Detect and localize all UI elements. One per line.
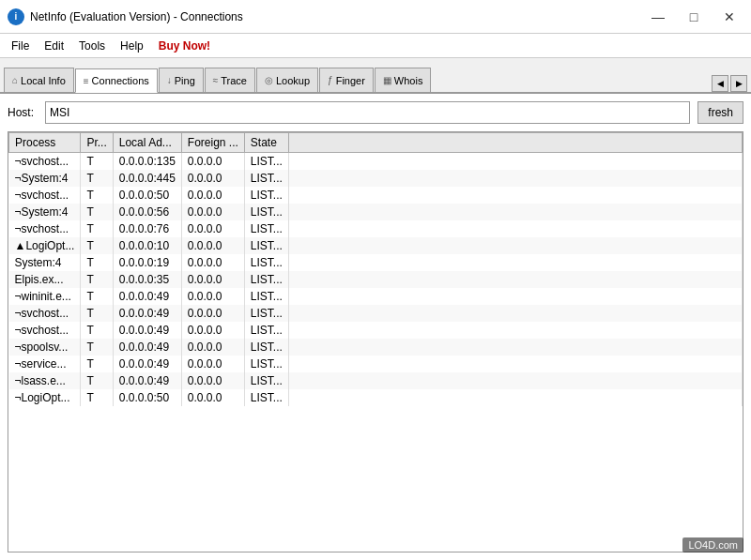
host-input[interactable] xyxy=(45,101,690,124)
tab-scroll-right[interactable]: ▶ xyxy=(730,75,747,92)
cell-protocol: T xyxy=(81,254,113,271)
cell-spacer xyxy=(288,204,742,220)
cell-local-addr: 0.0.0.0:445 xyxy=(113,170,181,187)
cell-process: ¬System:4 xyxy=(9,170,81,187)
col-process[interactable]: Process xyxy=(9,133,81,153)
col-foreign-addr[interactable]: Foreign ... xyxy=(181,133,244,153)
table-row[interactable]: ¬wininit.e... T 0.0.0.0:49 0.0.0.0 LIST.… xyxy=(9,288,743,305)
tab-ping[interactable]: ↓ Ping xyxy=(159,68,204,92)
cell-spacer xyxy=(288,372,742,389)
tab-finger-label: Finger xyxy=(336,75,365,86)
whois-icon: ▦ xyxy=(383,75,391,85)
table-wrapper[interactable]: Process Pr... Local Ad... Foreign ... St… xyxy=(8,132,743,552)
cell-protocol: T xyxy=(81,339,113,356)
cell-spacer xyxy=(288,271,742,288)
menu-help[interactable]: Help xyxy=(113,38,151,54)
cell-state: LIST... xyxy=(244,389,288,406)
cell-state: LIST... xyxy=(244,322,288,339)
cell-spacer xyxy=(288,237,742,254)
cell-process: ¬svchost... xyxy=(9,322,81,339)
table-row[interactable]: ¬svchost... T 0.0.0.0:135 0.0.0.0 LIST..… xyxy=(9,153,743,171)
refresh-button[interactable]: fresh xyxy=(697,101,743,124)
cell-process: ¬wininit.e... xyxy=(9,288,81,305)
table-row[interactable]: ▲LogiOpt... T 0.0.0.0:10 0.0.0.0 LIST... xyxy=(9,237,743,254)
table-row[interactable]: ¬LogiOpt... T 0.0.0.0:50 0.0.0.0 LIST... xyxy=(9,389,743,406)
cell-foreign-addr: 0.0.0.0 xyxy=(181,322,244,339)
tab-connections-label: Connections xyxy=(92,75,149,86)
table-row[interactable]: ¬spoolsv... T 0.0.0.0:49 0.0.0.0 LIST... xyxy=(9,339,743,356)
ping-icon: ↓ xyxy=(167,75,172,85)
cell-spacer xyxy=(288,187,742,204)
cell-protocol: T xyxy=(81,356,113,372)
cell-spacer xyxy=(288,254,742,271)
tab-lookup-label: Lookup xyxy=(276,75,310,86)
cell-foreign-addr: 0.0.0.0 xyxy=(181,254,244,271)
cell-spacer xyxy=(288,339,742,356)
tab-finger[interactable]: ƒ Finger xyxy=(319,68,374,92)
cell-spacer xyxy=(288,305,742,322)
col-spacer xyxy=(288,133,742,153)
cell-process: ¬svchost... xyxy=(9,305,81,322)
cell-foreign-addr: 0.0.0.0 xyxy=(181,204,244,220)
table-row[interactable]: ¬svchost... T 0.0.0.0:76 0.0.0.0 LIST... xyxy=(9,220,743,237)
table-row[interactable]: Elpis.ex... T 0.0.0.0:35 0.0.0.0 LIST... xyxy=(9,271,743,288)
cell-spacer xyxy=(288,220,742,237)
cell-state: LIST... xyxy=(244,305,288,322)
cell-foreign-addr: 0.0.0.0 xyxy=(181,220,244,237)
tab-lookup[interactable]: ◎ Lookup xyxy=(256,68,318,92)
table-row[interactable]: ¬service... T 0.0.0.0:49 0.0.0.0 LIST... xyxy=(9,356,743,372)
cell-local-addr: 0.0.0.0:49 xyxy=(113,356,181,372)
tab-whois[interactable]: ▦ Whois xyxy=(375,68,432,92)
cell-local-addr: 0.0.0.0:49 xyxy=(113,372,181,389)
table-row[interactable]: ¬System:4 T 0.0.0.0:56 0.0.0.0 LIST... xyxy=(9,204,743,220)
cell-protocol: T xyxy=(81,372,113,389)
connections-table: Process Pr... Local Ad... Foreign ... St… xyxy=(8,132,743,406)
connections-table-container: Process Pr... Local Ad... Foreign ... St… xyxy=(8,131,743,552)
cell-foreign-addr: 0.0.0.0 xyxy=(181,153,244,171)
cell-foreign-addr: 0.0.0.0 xyxy=(181,288,244,305)
col-local-addr[interactable]: Local Ad... xyxy=(113,133,181,153)
cell-protocol: T xyxy=(81,271,113,288)
cell-spacer xyxy=(288,356,742,372)
table-row[interactable]: ¬svchost... T 0.0.0.0:49 0.0.0.0 LIST... xyxy=(9,305,743,322)
table-row[interactable]: ¬lsass.e... T 0.0.0.0:49 0.0.0.0 LIST... xyxy=(9,372,743,389)
close-button[interactable]: ✕ xyxy=(715,8,743,26)
menu-tools[interactable]: Tools xyxy=(71,38,113,54)
tab-navigation: ◀ ▶ xyxy=(712,75,747,92)
menu-buynow[interactable]: Buy Now! xyxy=(151,38,218,54)
lookup-icon: ◎ xyxy=(265,75,273,85)
cell-state: LIST... xyxy=(244,339,288,356)
host-row: Host: fresh xyxy=(8,101,743,124)
table-row[interactable]: ¬System:4 T 0.0.0.0:445 0.0.0.0 LIST... xyxy=(9,170,743,187)
maximize-button[interactable]: □ xyxy=(680,8,708,26)
tab-connections[interactable]: ≡ Connections xyxy=(75,68,158,93)
cell-local-addr: 0.0.0.0:19 xyxy=(113,254,181,271)
title-controls: — □ ✕ xyxy=(644,8,743,26)
col-protocol[interactable]: Pr... xyxy=(81,133,113,153)
tab-local-info[interactable]: ⌂ Local Info xyxy=(4,68,74,92)
connections-icon: ≡ xyxy=(84,76,89,86)
table-header-row: Process Pr... Local Ad... Foreign ... St… xyxy=(9,133,743,153)
cell-foreign-addr: 0.0.0.0 xyxy=(181,187,244,204)
cell-local-addr: 0.0.0.0:35 xyxy=(113,271,181,288)
minimize-button[interactable]: — xyxy=(644,8,672,26)
cell-protocol: T xyxy=(81,288,113,305)
cell-protocol: T xyxy=(81,389,113,406)
menu-file[interactable]: File xyxy=(4,38,37,54)
table-row[interactable]: System:4 T 0.0.0.0:19 0.0.0.0 LIST... xyxy=(9,254,743,271)
tab-scroll-left[interactable]: ◀ xyxy=(712,75,728,92)
table-row[interactable]: ¬svchost... T 0.0.0.0:50 0.0.0.0 LIST... xyxy=(9,187,743,204)
cell-process: ¬spoolsv... xyxy=(9,339,81,356)
cell-local-addr: 0.0.0.0:49 xyxy=(113,339,181,356)
menu-edit[interactable]: Edit xyxy=(37,38,71,54)
cell-state: LIST... xyxy=(244,288,288,305)
cell-foreign-addr: 0.0.0.0 xyxy=(181,271,244,288)
tab-trace[interactable]: ≈ Trace xyxy=(205,68,255,92)
tab-trace-label: Trace xyxy=(221,75,247,86)
cell-state: LIST... xyxy=(244,271,288,288)
col-state[interactable]: State xyxy=(244,133,288,153)
cell-spacer xyxy=(288,288,742,305)
host-label: Host: xyxy=(8,106,38,119)
tab-ping-label: Ping xyxy=(175,75,195,86)
table-row[interactable]: ¬svchost... T 0.0.0.0:49 0.0.0.0 LIST... xyxy=(9,322,743,339)
